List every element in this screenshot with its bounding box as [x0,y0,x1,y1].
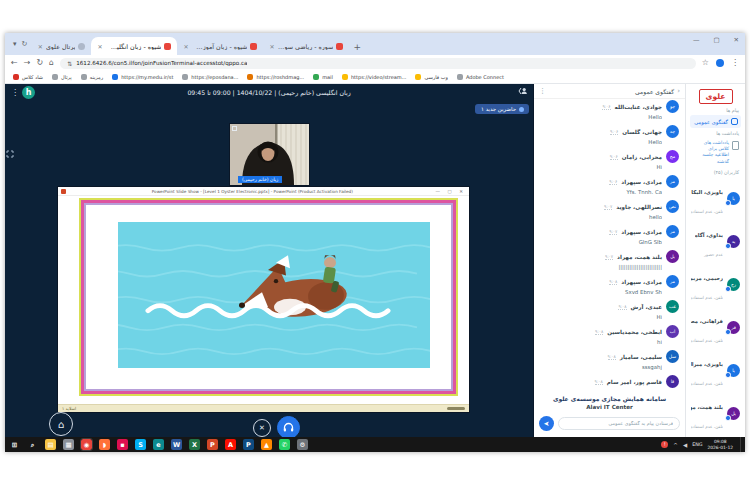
notification-alert-icon[interactable]: ! [661,441,668,448]
taskbar-app-icon[interactable]: e [153,439,164,450]
taskbar-app-icon[interactable]: ▪ [117,439,128,450]
window-minimize-button[interactable]: — [693,36,700,44]
chat-avatar: مح [666,150,679,163]
expand-icon[interactable] [6,150,14,158]
user-list-item[interactable]: با باویزی، میرالیهان تلفن، عدم استفاده [690,349,741,392]
chat-collapse-icon[interactable]: ‹ [677,87,680,95]
chat-input[interactable] [558,417,680,430]
bookmark-favicon [457,74,463,80]
language-indicator[interactable]: ENG [692,442,702,447]
user-list-item[interactable]: با باویزی، الیکا تلفن، عدم استفاده [690,177,741,220]
taskbar-app-icon[interactable]: ⌕ [27,439,38,450]
user-list-item[interactable]: بل بلند همت، مهراد تلفن، عدم استفاده [690,392,741,435]
bookmark-item[interactable]: شاد کلاس [13,74,43,80]
taskbar-clock[interactable]: 09:08 2026-01-12 [707,439,733,450]
back-button[interactable]: ← [11,59,18,67]
window-maximize-button[interactable]: ▢ [713,36,719,44]
ppt-window-controls[interactable]: — ▢ ✕ [436,189,466,194]
join-audio-button[interactable] [277,416,300,439]
browser-tab[interactable]: شیوه - زبان آموزی جهان دبستان ✕ [177,37,263,55]
chat-avatar: قا [666,375,679,388]
chat-message-list[interactable]: جو جوادی، عنایت‌الله ۹:۰۶ Hello جه [534,99,685,392]
public-chat-nav-item[interactable]: گفتگوی عمومی [690,115,741,128]
window-close-button[interactable]: ✕ [734,36,739,44]
taskbar-app-icon[interactable]: ◉ [81,439,92,450]
browser-tab[interactable]: شیوه - زبان انگلیسی (خانم ر... ✕ [91,37,177,55]
bookmark-item[interactable]: رمزینه [81,74,103,80]
taskbar-app-icon[interactable]: X [189,439,200,450]
ppt-title-bar: PowerPoint Slide Show - [Level 1 Oyster … [58,187,469,196]
user-list-item[interactable]: رح رحیمی، مریم تلفن، عدم استفاده [690,263,741,306]
actions-button[interactable]: ⌂ [49,412,73,436]
windows-taskbar: ⊞ ⌕ ▤ ▦ ◉ ◗ ▪ S e W [5,437,745,452]
ppt-scrollbar[interactable] [447,407,465,410]
taskbar-app-icon[interactable]: P [207,439,218,450]
taskbar-app-icon[interactable]: ⊞ [9,439,20,450]
shared-notes-item[interactable]: یادداشت های کلاس برای اطلاعیه جلسه گذشته [690,138,741,167]
chat-timestamp: ۹:۰۷ [609,229,617,235]
chat-message-text: Hello [540,139,662,145]
bookmark-item[interactable]: وب فارسی [415,74,447,80]
chat-sender-name: سلیمی، سامیار [620,354,662,360]
taskbar-app-icon[interactable]: ▲ [261,439,272,450]
refresh-all-icon[interactable]: ↻ [22,40,28,48]
tab-favicon [78,43,85,50]
forward-button[interactable]: → [24,59,31,67]
chat-message-text: Yfs. Tnnh. Ca [540,189,662,195]
platform-logo-icon[interactable]: h [22,86,35,99]
taskbar-app-icon[interactable]: ▦ [63,439,74,450]
taskbar-app-icon[interactable]: W [171,439,182,450]
tab-close-icon[interactable]: ✕ [97,43,102,50]
tab-close-icon[interactable]: ✕ [38,43,43,50]
chat-sender-name: قاسم پور، امیر سام [607,379,662,385]
teacher-webcam-tile[interactable]: زبان (خانم رحیمی) [229,123,310,186]
bookmark-item[interactable]: Adobe Connect [457,74,504,80]
new-attendees-badge[interactable]: حاضرین جدید ۱ [475,104,529,114]
user-list[interactable]: با باویزی، الیکا تلفن، عدم استفاده بد [690,177,741,437]
leave-audio-button[interactable]: ✕ [253,419,271,437]
tab-title: شیوه - زبان انگلیسی (خانم ر... [105,43,161,50]
bookmark-item[interactable]: https://roshdmag... [247,74,304,80]
tab-close-icon[interactable]: ✕ [269,43,274,50]
webcam-fullscreen-icon[interactable] [232,126,237,131]
chat-message: جو جوادی، عنایت‌الله ۹:۰۶ Hello [538,99,681,123]
bookmark-star-icon[interactable]: ☆ [702,59,709,67]
speaker-icon[interactable]: ◀ [683,442,687,448]
home-button[interactable]: ⌂ [49,59,54,67]
user-name: بلند همت، مهراد [691,404,723,410]
taskbar-app-icon[interactable]: A [225,439,236,450]
tray-chevron-icon[interactable]: ^ [673,442,678,448]
meeting-menu-icon[interactable]: ⋮ [11,88,19,97]
browser-menu-icon[interactable]: ⋮ [731,59,739,67]
tab-search-icon[interactable]: ▾ [13,40,17,48]
taskbar-app-icon[interactable]: ▤ [45,439,56,450]
taskbar-app-icon[interactable]: ✆ [279,439,290,450]
browser-tab[interactable]: پرتال علوی ✕ [31,37,91,55]
taskbar-app-icon[interactable]: S [135,439,146,450]
tab-favicon [250,43,257,50]
participants-toggle-icon[interactable] [518,87,527,95]
extension-icon[interactable] [716,59,724,67]
bookmark-item[interactable]: https://my.medu.ir/st [112,74,173,80]
user-list-item[interactable]: بد بداوی، آگاه عدم حضور [690,220,741,263]
taskbar-app-icon[interactable]: ◗ [99,439,110,450]
bookmark-item[interactable]: https://video/stream... [342,74,407,80]
user-list-item[interactable]: فر فراهانی، محمدیاسین تلفن، عدم استفاده [690,306,741,349]
bookmark-item[interactable]: پرتال [52,74,72,80]
site-info-icon[interactable]: ⇅ [67,60,72,67]
url-text[interactable]: 1612.6426.6/con5.ilfon/joinFusionTermina… [76,60,247,66]
new-tab-button[interactable]: + [353,43,361,52]
bookmark-item[interactable]: mail [313,74,333,80]
reload-button[interactable]: ↻ [36,59,43,67]
tab-list: پرتال علوی ✕ شیوه - زبان انگلیسی (خانم ر… [31,37,349,55]
chat-menu-icon[interactable]: ⋮ [539,87,546,95]
send-message-button[interactable]: ➤ [539,416,554,431]
taskbar-app-icon[interactable]: P [243,439,254,450]
browser-tab[interactable]: سوره - ریاضی سوم (خانم شورابی) ✕ [263,37,349,55]
show-desktop-button[interactable] [740,437,742,452]
tab-close-icon[interactable]: ✕ [183,43,188,50]
taskbar-app-icon[interactable]: ⚙ [297,439,308,450]
address-bar[interactable]: ⇅ 1612.6426.6/con5.ilfon/joinFusionTermi… [60,58,696,69]
note-icon [732,141,739,150]
bookmark-item[interactable]: https://eposdana... [182,74,238,80]
